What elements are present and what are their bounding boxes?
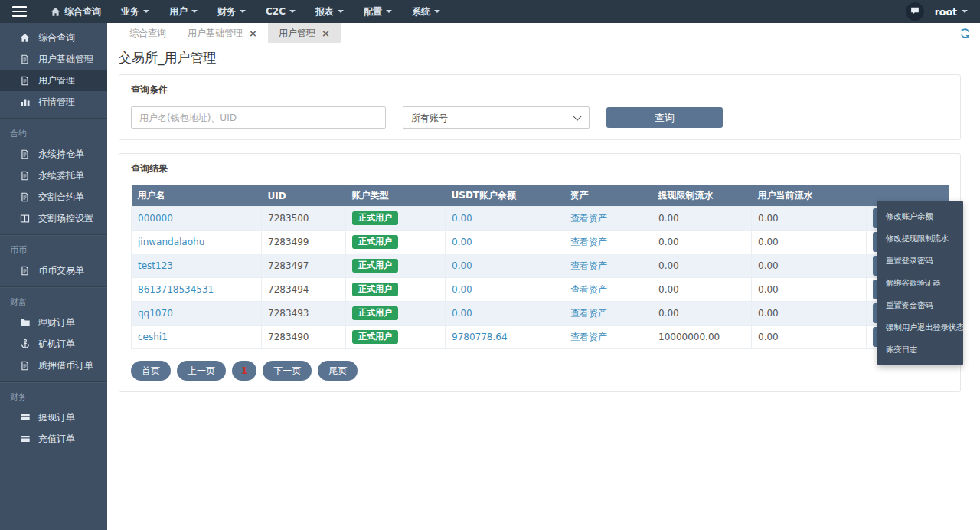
username-link[interactable]: jinwandalaohu [138, 237, 204, 247]
file-text-icon [19, 266, 31, 276]
topbar-menu-label: 用户 [169, 5, 188, 18]
sidebar-item[interactable]: 行情管理 [0, 91, 107, 113]
current-flow-cell: 0.00 [752, 254, 867, 278]
sidebar-item[interactable]: 综合查询 [0, 27, 107, 48]
caret-down-icon [240, 10, 246, 16]
action-menu-item[interactable]: 强制用户退出登录状态 [877, 316, 963, 339]
results-table: 用户名UID账户类型USDT账户余额资产提现限制流水用户当前流水 0000007… [131, 185, 949, 349]
usdt-balance-link[interactable]: 0.00 [452, 308, 472, 319]
current-flow-cell: 0.00 [752, 302, 867, 326]
table-body: 0000007283500正式用户0.00查看资产0.000.00操作jinwa… [132, 207, 949, 349]
sidebar-item-label: 综合查询 [38, 31, 75, 44]
sidebar-item[interactable]: 用户管理 [0, 70, 107, 91]
close-icon[interactable]: × [249, 28, 257, 38]
topbar-menu-item[interactable]: 系统 [402, 0, 450, 23]
caret-down-icon [386, 10, 392, 16]
account-select-wrap: 所有账号 [403, 106, 590, 129]
sidebar-item[interactable]: 充值订单 [0, 428, 107, 450]
view-assets-link[interactable]: 查看资产 [570, 260, 607, 271]
usdt-balance-link[interactable]: 0.00 [452, 237, 472, 247]
bar-chart-icon [19, 97, 31, 107]
account-type-cell: 正式用户 [346, 231, 446, 254]
username-link[interactable]: 000000 [138, 213, 173, 224]
usdt-balance-link[interactable]: 0.00 [452, 284, 472, 295]
tab[interactable]: 用户基础管理× [177, 23, 268, 43]
topbar-menu-item[interactable]: 报表 [305, 0, 354, 23]
pagination-first[interactable]: 首页 [131, 361, 171, 381]
user-menu[interactable]: root [935, 6, 968, 18]
view-assets-link[interactable]: 查看资产 [570, 332, 607, 342]
usdt-balance-cell: 9780778.64 [446, 326, 564, 349]
view-assets-link[interactable]: 查看资产 [570, 284, 607, 295]
uid-cell: 7283493 [262, 302, 346, 326]
username-link[interactable]: qq1070 [138, 308, 173, 319]
sidebar-item-label: 用户基础管理 [38, 53, 93, 66]
credit-card-icon [19, 433, 31, 444]
view-assets-link[interactable]: 查看资产 [570, 213, 607, 224]
pagination-current[interactable]: 1 [232, 361, 256, 381]
action-menu-item[interactable]: 账变日志 [877, 339, 963, 361]
action-menu-item[interactable]: 修改账户余额 [877, 205, 963, 227]
sidebar-item-label: 交割合约单 [38, 191, 84, 204]
account-type-select[interactable]: 所有账号 [403, 106, 590, 129]
pagination-next[interactable]: 下一页 [263, 361, 312, 381]
sidebar-item[interactable]: 用户基础管理 [0, 48, 107, 70]
topbar-menu-item[interactable]: 业务 [111, 0, 159, 23]
account-type-cell: 正式用户 [346, 254, 446, 278]
view-assets-link[interactable]: 查看资产 [570, 308, 607, 319]
sidebar-toggle[interactable] [12, 6, 27, 17]
sidebar-item[interactable]: 理财订单 [0, 312, 107, 333]
sidebar-item[interactable]: 交割场控设置 [0, 208, 107, 229]
close-icon[interactable]: × [322, 28, 330, 38]
view-assets-link[interactable]: 查看资产 [570, 237, 607, 247]
username-link[interactable]: test123 [138, 260, 173, 271]
action-menu-item[interactable]: 重置资金密码 [877, 294, 963, 316]
account-type-badge: 正式用户 [352, 306, 398, 320]
tab[interactable]: 综合查询 [119, 23, 177, 43]
sidebar-item[interactable]: 币币交易单 [0, 260, 107, 281]
topbar-menu-item[interactable]: 综合查询 [41, 0, 111, 23]
sidebar-item[interactable]: 交割合约单 [0, 186, 107, 208]
search-button[interactable]: 查询 [606, 107, 723, 128]
account-type-badge: 正式用户 [352, 283, 398, 296]
username-link[interactable]: ceshi1 [138, 332, 168, 342]
username-link[interactable]: 8613718534531 [138, 284, 214, 295]
topbar-menu-item[interactable]: C2C [256, 0, 305, 23]
pagination-prev[interactable]: 上一页 [177, 361, 226, 381]
file-text-icon [19, 192, 31, 202]
account-type-cell: 正式用户 [346, 278, 446, 302]
caret-down-icon [338, 10, 344, 16]
sidebar: 综合查询用户基础管理用户管理行情管理合约永续持仓单永续委托单交割合约单交割场控设… [0, 23, 107, 530]
sidebar-item-label: 理财订单 [38, 316, 75, 329]
sidebar-item[interactable]: 矿机订单 [0, 333, 107, 355]
sidebar-section: 币币币币交易单 [0, 234, 107, 286]
action-menu-item[interactable]: 修改提现限制流水 [877, 227, 963, 250]
pagination-last[interactable]: 尾页 [318, 361, 358, 381]
action-menu-item[interactable]: 重置登录密码 [877, 250, 963, 272]
search-input[interactable] [131, 106, 386, 129]
results-panel: 查询结果 用户名UID账户类型USDT账户余额资产提现限制流水用户当前流水 00… [119, 153, 961, 392]
usdt-balance-link[interactable]: 9780778.64 [452, 332, 508, 342]
tab[interactable]: 用户管理× [268, 23, 341, 43]
sidebar-item[interactable]: 永续委托单 [0, 165, 107, 186]
uid-cell: 7283490 [262, 326, 346, 349]
sidebar-item[interactable]: 质押借币订单 [0, 355, 107, 376]
content-divider [116, 417, 972, 417]
action-menu-item[interactable]: 解绑谷歌验证器 [877, 272, 963, 294]
sidebar-item-label: 充值订单 [38, 433, 75, 446]
topbar-menu-item[interactable]: 财务 [207, 0, 256, 23]
refresh-button[interactable] [959, 28, 971, 41]
table-row: ceshi17283490正式用户9780778.64查看资产10000000.… [132, 326, 949, 349]
asset-cell: 查看资产 [564, 326, 652, 349]
sidebar-item[interactable]: 提现订单 [0, 407, 107, 428]
usdt-balance-link[interactable]: 0.00 [452, 260, 472, 271]
sidebar-item-label: 永续持仓单 [38, 148, 84, 161]
topbar: 综合查询业务用户财务C2C报表配置系统 root [0, 0, 980, 23]
sidebar-item[interactable]: 永续持仓单 [0, 143, 107, 165]
topbar-menu-item[interactable]: 配置 [354, 0, 402, 23]
usdt-balance-link[interactable]: 0.00 [452, 213, 472, 224]
chat-icon [910, 6, 920, 18]
messages-button[interactable] [906, 2, 924, 21]
results-panel-title: 查询结果 [131, 162, 949, 175]
topbar-menu-item[interactable]: 用户 [159, 0, 207, 23]
